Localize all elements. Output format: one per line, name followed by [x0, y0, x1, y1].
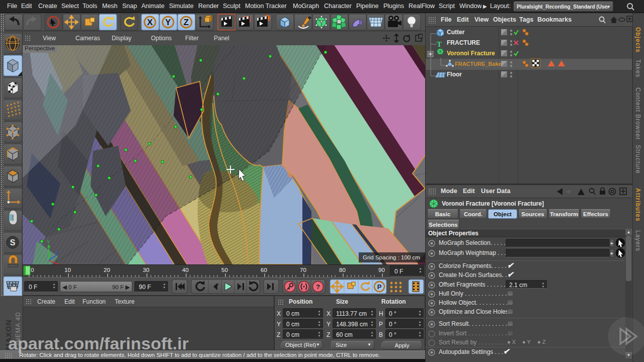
- svg-text:Y: Y: [47, 239, 50, 244]
- svg-text:60: 60: [261, 267, 267, 273]
- svg-text:Grid Spacing : 100 cm: Grid Spacing : 100 cm: [363, 254, 420, 260]
- svg-text:Z: Z: [56, 250, 59, 255]
- svg-text:Z: Z: [184, 18, 189, 27]
- svg-text:70: 70: [300, 267, 306, 273]
- svg-text:50: 50: [221, 267, 228, 273]
- svg-text:10: 10: [64, 267, 71, 273]
- svg-text:S: S: [10, 238, 16, 247]
- svg-text:40: 40: [182, 267, 189, 273]
- svg-text:T: T: [437, 40, 442, 48]
- svg-text:X: X: [147, 18, 153, 27]
- svg-text:20: 20: [104, 267, 110, 273]
- svg-text:0: 0: [31, 267, 34, 273]
- svg-text:?: ?: [316, 283, 320, 291]
- svg-text:P: P: [377, 283, 382, 291]
- svg-text:30: 30: [143, 267, 149, 273]
- svg-text:90: 90: [378, 267, 385, 273]
- svg-text:80: 80: [339, 267, 346, 273]
- svg-text:Y: Y: [165, 18, 171, 27]
